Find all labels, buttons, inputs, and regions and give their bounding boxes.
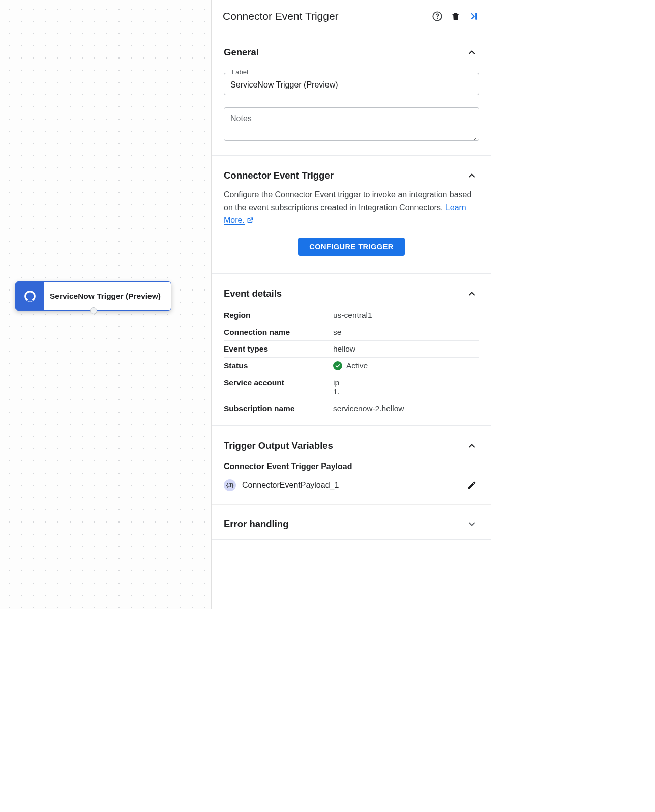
- node-output-port[interactable]: [90, 307, 97, 314]
- table-row: Subscription name servicenow-2.hellow: [224, 400, 479, 417]
- notes-input[interactable]: [224, 107, 479, 141]
- label-caption: Label: [229, 68, 251, 76]
- payload-title: Connector Event Trigger Payload: [222, 459, 481, 476]
- collapse-output-button[interactable]: [465, 439, 479, 453]
- edit-variable-button[interactable]: [465, 478, 479, 492]
- section-trigger-output-variables: Trigger Output Variables Connector Event…: [212, 426, 491, 504]
- collapse-cet-button[interactable]: [465, 168, 479, 183]
- variable-row: {J} ConnectorEventPayload_1: [222, 476, 481, 502]
- cet-description: Configure the Connector Event trigger to…: [222, 189, 481, 227]
- json-icon: {J}: [224, 479, 236, 491]
- section-general-title: General: [224, 47, 465, 58]
- help-button[interactable]: [428, 7, 446, 25]
- collapse-panel-button[interactable]: [465, 7, 483, 25]
- section-error-handling: Error handling: [212, 505, 491, 539]
- panel-title: Connector Event Trigger: [223, 10, 428, 22]
- trigger-node-label: ServiceNow Trigger (Preview): [44, 288, 167, 304]
- section-event-details: Event details Region us-central1 Connect…: [212, 274, 491, 425]
- trigger-node[interactable]: ServiceNow Trigger (Preview): [15, 281, 171, 311]
- section-error-title: Error handling: [224, 518, 465, 530]
- service-account-value: ip 1.: [333, 378, 479, 396]
- canvas[interactable]: ServiceNow Trigger (Preview): [0, 0, 211, 609]
- svg-point-0: [25, 292, 34, 301]
- section-connector-event-trigger: Connector Event Trigger Configure the Co…: [212, 156, 491, 273]
- section-event-details-title: Event details: [224, 288, 465, 299]
- section-general: General Label ServiceNow Trigger (Previe…: [212, 33, 491, 155]
- expand-error-button[interactable]: [465, 517, 479, 531]
- table-row: Connection name se: [224, 324, 479, 340]
- table-row: Event types hellow: [224, 340, 479, 357]
- collapse-event-details-button[interactable]: [465, 286, 479, 301]
- status-value: Active: [333, 361, 479, 370]
- collapse-general-button[interactable]: [465, 45, 479, 60]
- external-link-icon: [247, 215, 254, 228]
- section-cet-title: Connector Event Trigger: [224, 170, 465, 181]
- table-row: Status Active: [224, 357, 479, 374]
- status-active-icon: [333, 361, 342, 370]
- table-row: Region us-central1: [224, 307, 479, 324]
- section-output-title: Trigger Output Variables: [224, 440, 465, 451]
- table-row: Service account ip 1.: [224, 374, 479, 400]
- details-panel: Connector Event Trigger General Label Se…: [211, 0, 491, 609]
- divider: [212, 539, 491, 540]
- label-field-wrap: Label ServiceNow Trigger (Preview): [224, 73, 479, 95]
- svg-point-2: [437, 18, 438, 19]
- label-input[interactable]: ServiceNow Trigger (Preview): [224, 73, 479, 95]
- connector-icon: [16, 282, 44, 310]
- event-details-table: Region us-central1 Connection name se Ev…: [224, 307, 479, 417]
- variable-name: ConnectorEventPayload_1: [242, 481, 465, 490]
- configure-trigger-button[interactable]: CONFIGURE TRIGGER: [298, 238, 405, 256]
- delete-button[interactable]: [446, 7, 465, 25]
